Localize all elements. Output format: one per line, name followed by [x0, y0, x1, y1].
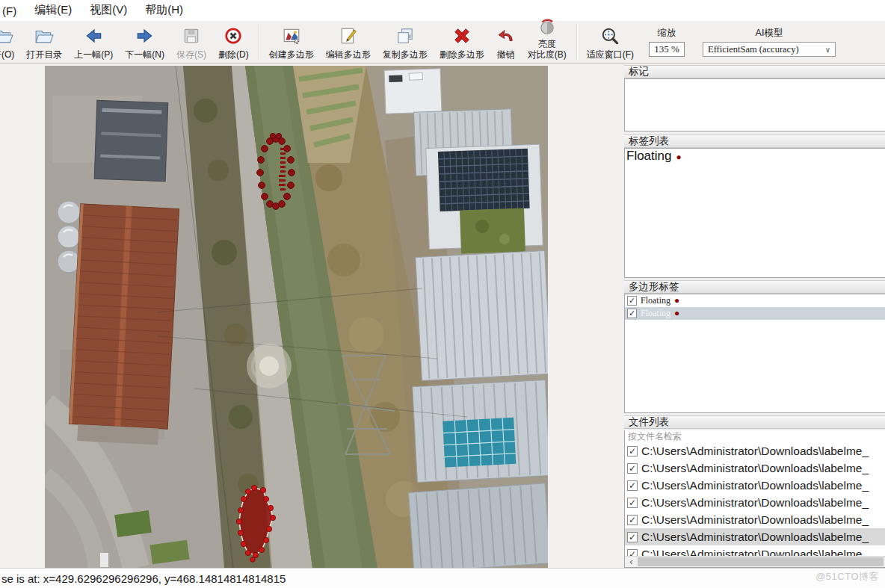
rotor-blur	[247, 344, 292, 389]
file-search-input[interactable]	[624, 430, 885, 444]
edit-polygon-icon	[339, 26, 358, 49]
undo-icon	[496, 26, 516, 49]
polygon-label-item[interactable]: ✓ Floating ●	[625, 294, 885, 307]
file-path: C:\Users\Administrator\Downloads\labelme…	[641, 530, 869, 544]
fit-window-button[interactable]: 适应窗口(F)	[581, 22, 640, 61]
file-path: C:\Users\Administrator\Downloads\labelme…	[641, 445, 869, 458]
copy-polygon-icon	[395, 26, 415, 49]
file-checkbox[interactable]: ✓	[627, 532, 638, 542]
flags-list[interactable]	[624, 78, 885, 131]
zoom-input[interactable]	[649, 42, 685, 57]
fit-window-icon	[600, 26, 620, 49]
flags-panel-header[interactable]: 标记	[624, 65, 885, 78]
menu-help[interactable]: 帮助(H)	[145, 3, 183, 17]
save-button[interactable]: 保存(S)	[170, 22, 212, 61]
folder-open-icon	[0, 26, 13, 49]
file-list-item[interactable]: ✓ C:\Users\Administrator\Downloads\label…	[625, 511, 885, 528]
file-list-item[interactable]: ✓ C:\Users\Administrator\Downloads\label…	[625, 459, 885, 477]
toolbar-separator	[576, 24, 577, 60]
file-list[interactable]: ✓ C:\Users\Administrator\Downloads\label…	[624, 442, 885, 568]
menu-view[interactable]: 视图(V)	[90, 3, 127, 17]
aerial-photo	[45, 66, 548, 568]
brightness-contrast-button[interactable]: 亮度 对比度(B)	[522, 22, 573, 61]
polygon-color-dot-icon: ●	[674, 308, 679, 319]
file-path: C:\Users\Administrator\Downloads\labelme…	[641, 496, 869, 510]
scroll-left-arrow-icon[interactable]: ‹	[625, 557, 638, 567]
file-checkbox[interactable]: ✓	[627, 480, 638, 491]
create-polygon-button[interactable]: 创建多边形	[263, 22, 320, 61]
aerial-image-canvas[interactable]	[45, 66, 548, 568]
next-image-button[interactable]: 下一幅(N)	[119, 22, 170, 61]
menu-bar: (F) 编辑(E) 视图(V) 帮助(H)	[0, 0, 885, 21]
create-polygon-icon	[282, 26, 301, 49]
copy-polygon-button[interactable]: 复制多边形	[377, 22, 434, 61]
ai-model-control: AI模型 EfficientSam (accuracy) ∨	[694, 27, 845, 57]
file-path: C:\Users\Administrator\Downloads\labelme…	[641, 462, 869, 475]
polygon-label-item[interactable]: ✓ Floating ●	[625, 307, 885, 320]
open-file-button[interactable]: 开(O)	[0, 22, 20, 61]
delete-icon	[223, 26, 243, 49]
file-list-item[interactable]: ✓ C:\Users\Administrator\Downloads\label…	[625, 477, 885, 494]
arrow-right-icon	[135, 26, 155, 49]
toolbar: 开(O) 打开目录 上一幅(P) 下一幅(N) 保存(S) 删除(D)	[0, 21, 885, 64]
edit-polygon-button[interactable]: 编辑多边形	[320, 22, 377, 61]
file-checkbox[interactable]: ✓	[627, 463, 638, 474]
zoom-label: 缩放	[658, 27, 676, 40]
file-path: C:\Users\Administrator\Downloads\labelme…	[641, 513, 869, 527]
label-color-dot-icon: ●	[676, 152, 681, 162]
label-list-header[interactable]: 标签列表	[624, 134, 885, 148]
save-icon	[182, 26, 201, 49]
file-list-header[interactable]: 文件列表	[624, 415, 885, 429]
polygon-visibility-checkbox[interactable]: ✓	[627, 309, 637, 318]
menu-edit[interactable]: 编辑(E)	[34, 3, 72, 17]
scrollbar-thumb[interactable]	[638, 557, 884, 566]
file-checkbox[interactable]: ✓	[627, 498, 638, 508]
label-list[interactable]: Floating ●	[624, 148, 885, 278]
watermark: @51CTO博客	[815, 570, 879, 584]
ai-model-label: AI模型	[756, 27, 783, 40]
file-list-item[interactable]: ✓ C:\Users\Administrator\Downloads\label…	[625, 528, 885, 545]
side-panel: 标记 标签列表 Floating ● 多边形标签 ✓ Floating ●	[624, 64, 885, 568]
file-checkbox[interactable]: ✓	[627, 515, 638, 525]
file-list-item[interactable]: ✓ C:\Users\Administrator\Downloads\label…	[625, 442, 885, 459]
label-list-item[interactable]: Floating ●	[625, 149, 885, 163]
file-checkbox[interactable]: ✓	[627, 446, 638, 457]
polygon-label-list[interactable]: ✓ Floating ● ✓ Floating ●	[624, 294, 885, 413]
prev-image-button[interactable]: 上一幅(P)	[68, 22, 119, 61]
delete-image-button[interactable]: 删除(D)	[212, 22, 255, 61]
polygon-color-dot-icon: ●	[674, 295, 679, 306]
status-bar: se is at: x=429.6296296296296, y=468.148…	[0, 568, 885, 588]
chevron-down-icon: ∨	[825, 46, 830, 54]
file-list-item[interactable]: ✓ C:\Users\Administrator\Downloads\label…	[625, 494, 885, 511]
folder-open-icon	[34, 26, 54, 49]
undo-button[interactable]: 撤销	[490, 22, 522, 61]
ai-model-select[interactable]: EfficientSam (accuracy) ∨	[703, 42, 836, 57]
brightness-contrast-icon	[537, 16, 557, 40]
delete-polygon-icon	[452, 26, 472, 49]
polygon-labels-header[interactable]: 多边形标签	[624, 280, 885, 294]
ai-model-value: EfficientSam (accuracy)	[708, 44, 799, 55]
open-directory-button[interactable]: 打开目录	[20, 22, 68, 61]
file-path: C:\Users\Administrator\Downloads\labelme…	[641, 479, 869, 492]
main-area: 标记 标签列表 Floating ● 多边形标签 ✓ Floating ●	[0, 64, 885, 568]
polygon-visibility-checkbox[interactable]: ✓	[627, 296, 637, 306]
menu-file[interactable]: (F)	[2, 4, 16, 17]
arrow-left-icon	[84, 26, 103, 49]
toolbar-separator	[259, 24, 259, 60]
cursor-position-text: se is at: x=429.6296296296296, y=468.148…	[1, 572, 286, 585]
zoom-control: 缩放	[640, 27, 694, 57]
horizontal-scrollbar[interactable]: ‹	[625, 556, 885, 567]
delete-polygon-button[interactable]: 删除多边形	[434, 22, 490, 61]
